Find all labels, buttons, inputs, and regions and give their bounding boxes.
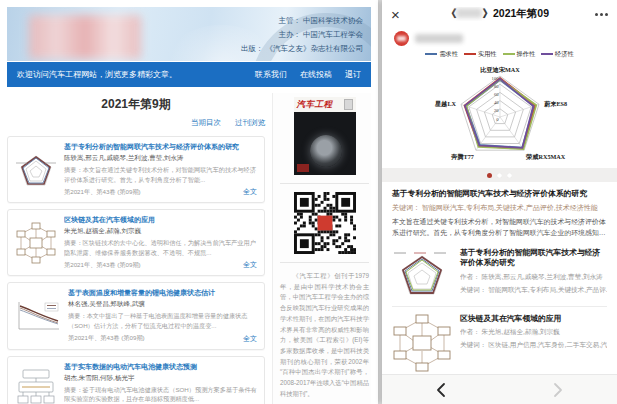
unsubscribe-link[interactable]: 退订	[345, 69, 361, 80]
journal-introduction: 《汽车工程》创刊于1979年，是由中国科学技术协会主管，中国汽车工程学会主办的综…	[280, 271, 369, 399]
site-sidebar: 汽车工程 《汽车工程》创刊于1979年，是由中国科学技术协会主管，中国汽车工程学…	[272, 93, 371, 404]
legend-item: 操作性	[503, 50, 536, 59]
qr-code	[294, 192, 356, 254]
svg-text:40: 40	[493, 100, 498, 105]
close-icon[interactable]: ×	[391, 7, 407, 22]
title-redacted-segment	[456, 8, 482, 18]
article-title[interactable]: 基于专利分析的智能网联汽车技术与经济评价体系的研究	[460, 248, 607, 269]
journal-credits: 主管： 中国科学技术协会 主办： 中国汽车工程学会 出版： 《汽车之友》杂志社有…	[241, 14, 363, 56]
article-abstract: 摘要：区块链技术的去中心化、透明和信任，为解决当前汽车产业用户隐私泄露、维修保养…	[64, 238, 257, 257]
featured-article-title[interactable]: 基于专利分析的智能网联汽车技术与经济评价体系的研究	[392, 189, 607, 200]
more-icon[interactable]	[588, 13, 608, 16]
radar-chart-thumbnail	[15, 149, 57, 191]
chevron-right-icon[interactable]	[500, 382, 617, 398]
article-keywords: 关键词： 区块链,用户信用,汽车身份,二手车交易,汽...	[460, 340, 607, 350]
article-card[interactable]: 基于实车数据的电动汽车电池健康状态预测 胡杰,朱雪阳,何陟,杨光宇 摘要：鉴于现…	[7, 356, 265, 404]
article-card[interactable]: 区块链及其在汽车领域的应用 朱光旭,赵福全,郝瀚,刘宗巍 摘要：区块链技术的去中…	[7, 209, 265, 276]
past-issues-link[interactable]: 过刊浏览	[235, 118, 265, 127]
featured-article-section: 基于专利分析的智能网联汽车技术与经济评价体系的研究 关键词： 智能网联汽车,专利…	[382, 182, 617, 241]
article-page-title: 《》2021年第09	[407, 7, 588, 21]
issue-title: 2021年第9期	[7, 93, 265, 118]
article-authors: 作者： 陈轶嵩,邢云凡,戚晓琴,兰利波,曹莹,刘永涛	[460, 272, 607, 282]
radar-axis-label: 星越LX	[434, 100, 457, 108]
chevron-left-icon[interactable]	[382, 382, 500, 398]
wechat-article-panel: × 《》2021年第09 需求性实用性操作性经济性 020406080100比亚…	[382, 0, 617, 404]
article-title-link[interactable]: 基于表面温度和增量容量的锂电池健康状态估计	[68, 288, 257, 298]
phone-header-bar: × 《》2021年第09	[382, 0, 617, 28]
blockchain-network-thumbnail	[392, 314, 452, 372]
article-card[interactable]: 基于专利分析的智能网联汽车技术与经济评价体系的研究 陈轶嵩,邢云凡,戚晓琴,兰利…	[7, 136, 265, 203]
line-chart-thumbnail	[15, 300, 61, 332]
svg-text:20: 20	[493, 108, 498, 113]
article-title-link[interactable]: 区块链及其在汽车领域的应用	[64, 215, 257, 225]
legend-item: 需求性	[425, 50, 458, 59]
carousel-dot[interactable]	[507, 173, 512, 178]
chart-legend: 需求性实用性操作性经济性	[393, 48, 607, 60]
article-title-link[interactable]: 基于实车数据的电动汽车电池健康状态预测	[64, 362, 257, 372]
article-volume: 第2021年、第43卷 (第09期)	[68, 334, 145, 343]
cover-wheel-photo	[310, 135, 342, 167]
contact-us-link[interactable]: 联系我们	[255, 69, 287, 80]
article-authors: 胡杰,朱雪阳,何陟,杨光宇	[64, 374, 257, 383]
sidebar-divider	[280, 183, 369, 184]
blockchain-network-thumbnail	[15, 222, 57, 264]
featured-article-keywords: 关键词： 智能网联汽车,专利布局,关键技术,产品评价,技术经济性能	[392, 203, 607, 213]
site-logo-redacted	[29, 15, 141, 59]
radar-chart-thumbnail	[392, 248, 452, 300]
article-abstract: 摘要：本文旨在通过关键专利技术分析，对智能网联汽车的技术与经济评价体系进行研究。…	[64, 165, 257, 184]
account-name-redacted	[415, 34, 463, 43]
article-title[interactable]: 区块链及其在汽车领域的应用	[460, 314, 607, 325]
sidebar-divider	[280, 262, 369, 263]
article-abstract: 摘要：本文中提出了一种基于电池表面温度和增量容量的健康状态（SOH）估计方法，分…	[68, 311, 257, 330]
account-row[interactable]	[382, 28, 617, 48]
radar-axis-label: 荣威RX5MAX	[525, 153, 566, 160]
radar-axis-label: 比亚迪宋MAX	[480, 66, 520, 74]
welcome-text: 欢迎访问汽车工程网站，浏览更多精彩文章。	[17, 69, 242, 80]
account-avatar	[394, 31, 409, 46]
article-authors: 朱光旭,赵福全,郝瀚,刘宗巍	[64, 227, 257, 236]
journal-cover-name: 汽车工程	[297, 99, 344, 111]
article-title-link[interactable]: 基于专利分析的智能网联汽车技术与经济评价体系的研究	[64, 142, 257, 152]
credit-line: 出版： 《汽车之友》杂志社有限公司	[241, 42, 363, 56]
cover-issue-box	[344, 99, 353, 110]
fulltext-link[interactable]: 全文	[243, 187, 257, 197]
radar-axis-label: 蔚来ES8	[544, 100, 567, 108]
issue-article-list: 2021年第9期 当期目次 过刊浏览 基于专利分析的智能网联汽车技术与经济	[7, 93, 272, 404]
phone-article-card[interactable]: 基于专利分析的智能网联汽车技术与经济评价体系的研究 作者： 陈轶嵩,邢云凡,戚晓…	[392, 241, 607, 306]
radar-axis-label: 奔腾T77	[450, 153, 474, 161]
fulltext-link[interactable]: 全文	[243, 260, 257, 270]
carousel-dot[interactable]	[497, 173, 502, 178]
radar-chart: 需求性实用性操作性经济性 020406080100比亚迪宋MAX蔚来ES8荣威R…	[393, 48, 607, 168]
legend-item: 实用性	[464, 50, 497, 59]
article-volume: 第2021年、第43卷 (第09期)	[64, 261, 141, 270]
article-authors: 作者： 朱光旭,赵福全,郝瀚,刘宗巍	[460, 327, 607, 337]
article-abstract: 摘要：鉴于现有电动汽车电池健康状态（SOH）预测方案多基于条件有限实验室的实验数…	[64, 385, 257, 404]
article-authors: 陈轶嵩,邢云凡,戚晓琴,兰利波,曹莹,刘永涛	[64, 154, 257, 163]
phone-article-card[interactable]: 区块链及其在汽车领域的应用 作者： 朱光旭,赵福全,郝瀚,刘宗巍 关键词： 区块…	[392, 306, 607, 378]
carousel-dots	[382, 168, 617, 182]
article-authors: 林名强,吴登昌,郑耿峰,武骥	[68, 300, 257, 309]
journal-cover-image[interactable]: 汽车工程	[294, 97, 356, 175]
current-issue-toc-link[interactable]: 当期目次	[191, 118, 221, 127]
credit-line: 主管： 中国科学技术协会	[241, 14, 363, 28]
legend-item: 经济性	[541, 50, 574, 59]
phone-bottom-nav	[382, 374, 617, 404]
carousel-dot[interactable]	[487, 173, 492, 178]
fulltext-link[interactable]: 全文	[243, 334, 257, 344]
article-card[interactable]: 基于表面温度和增量容量的锂电池健康状态估计 林名强,吴登昌,郑耿峰,武骥 摘要：…	[7, 282, 265, 349]
article-volume: 第2021年、第43卷 (第09期)	[64, 188, 141, 197]
site-header-banner: 主管： 中国科学技术协会 主办： 中国汽车工程学会 出版： 《汽车之友》杂志社有…	[7, 7, 371, 61]
block-diagram-thumbnail	[15, 368, 57, 404]
cover-corner-tag	[297, 164, 309, 172]
article-keywords: 关键词： 智能网联汽车,专利布局,关键技术,产品评...	[460, 285, 607, 295]
featured-article-abstract: 本文旨在通过关键专利技术分析，对智能网联汽车的技术与经济评价体系进行研究。首先，…	[392, 216, 607, 238]
journal-website-panel: 主管： 中国科学技术协会 主办： 中国汽车工程学会 出版： 《汽车之友》杂志社有…	[0, 0, 378, 404]
online-submission-link[interactable]: 在线投稿	[300, 69, 332, 80]
svg-text:60: 60	[493, 92, 498, 97]
credit-line: 主办： 中国汽车工程学会	[241, 28, 363, 42]
site-nav-bar: 欢迎访问汽车工程网站，浏览更多精彩文章。 联系我们 在线投稿 退订	[7, 62, 371, 87]
